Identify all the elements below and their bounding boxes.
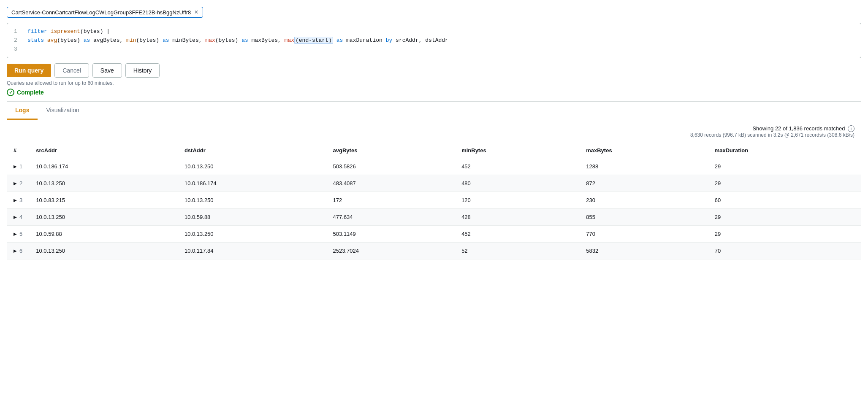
status-label: Complete (17, 89, 44, 96)
row-cell-dstaddr: 10.0.13.250 (178, 226, 326, 243)
row-expand-cell[interactable]: ▶3 (7, 192, 29, 209)
expand-arrow-icon[interactable]: ▶ (14, 181, 17, 186)
row-cell-minbytes: 428 (455, 209, 579, 226)
code-line-1: 1 filter ispresent(bytes) | (14, 27, 854, 36)
fn-ispresent: ispresent (51, 28, 80, 35)
row-cell-dstaddr: 10.0.59.88 (178, 209, 326, 226)
row-cell-maxbytes: 1288 (579, 158, 708, 175)
row-number: 6 (19, 248, 22, 254)
expand-arrow-icon[interactable]: ▶ (14, 215, 17, 219)
row-cell-srcaddr: 10.0.13.250 (29, 243, 178, 259)
row-cell-minbytes: 120 (455, 192, 579, 209)
check-circle-icon: ✓ (7, 89, 14, 96)
row-number: 4 (19, 214, 22, 220)
row-cell-dstaddr: 10.0.13.250 (178, 158, 326, 175)
row-cell-minbytes: 480 (455, 175, 579, 192)
col-header-maxduration: maxDuration (708, 143, 861, 158)
table-row[interactable]: ▶410.0.13.25010.0.59.88477.63442885529 (7, 209, 861, 226)
history-button[interactable]: History (125, 63, 160, 78)
row-expand-cell[interactable]: ▶1 (7, 158, 29, 175)
col-header-avgbytes: avgBytes (326, 143, 455, 158)
row-cell-maxbytes: 872 (579, 175, 708, 192)
row-cell-srcaddr: 10.0.59.88 (29, 226, 178, 243)
row-cell-srcaddr: 10.0.186.174 (29, 158, 178, 175)
row-number: 3 (19, 197, 22, 203)
row-cell-maxduration: 29 (708, 209, 861, 226)
row-number: 1 (19, 163, 22, 170)
row-cell-srcaddr: 10.0.13.250 (29, 175, 178, 192)
keyword-filter: filter (27, 28, 51, 35)
info-icon[interactable]: i (848, 125, 854, 132)
table-header-row: # srcAddr dstAddr avgBytes minBytes maxB… (7, 143, 861, 158)
row-cell-maxbytes: 770 (579, 226, 708, 243)
row-cell-avgbytes: 172 (326, 192, 455, 209)
row-cell-maxbytes: 5832 (579, 243, 708, 259)
toolbar: Run query Cancel Save History (7, 63, 861, 78)
records-showing: Showing 22 of 1,836 records matched (752, 125, 845, 132)
row-cell-srcaddr: 10.0.83.215 (29, 192, 178, 209)
row-cell-maxduration: 70 (708, 243, 861, 259)
line-number-2: 2 (14, 36, 21, 45)
cancel-button[interactable]: Cancel (54, 63, 89, 78)
row-cell-maxduration: 29 (708, 226, 861, 243)
run-query-button[interactable]: Run query (7, 64, 51, 77)
row-cell-srcaddr: 10.0.13.250 (29, 209, 178, 226)
tabs-bar: Logs Visualization (7, 102, 861, 120)
expand-arrow-icon[interactable]: ▶ (14, 232, 17, 236)
col-header-num: # (7, 143, 29, 158)
row-cell-maxduration: 29 (708, 175, 861, 192)
row-cell-maxbytes: 230 (579, 192, 708, 209)
row-cell-maxbytes: 855 (579, 209, 708, 226)
col-header-maxbytes: maxBytes (579, 143, 708, 158)
row-cell-avgbytes: 503.1149 (326, 226, 455, 243)
log-group-tag: CartService-ConnCartcartFlowLogCWLogGrou… (7, 7, 203, 18)
results-table: # srcAddr dstAddr avgBytes minBytes maxB… (7, 143, 861, 259)
records-info: Showing 22 of 1,836 records matched i 8,… (7, 120, 861, 140)
save-button[interactable]: Save (92, 63, 122, 78)
row-number: 2 (19, 180, 22, 186)
records-scanned: 8,630 records (996.7 kB) scanned in 3.2s… (14, 132, 854, 138)
expand-arrow-icon[interactable]: ▶ (14, 164, 17, 169)
col-header-dstaddr: dstAddr (178, 143, 326, 158)
code-line-2: 2 stats avg(bytes) as avgBytes, min(byte… (14, 36, 854, 45)
expand-arrow-icon[interactable]: ▶ (14, 248, 17, 253)
col-header-minbytes: minBytes (455, 143, 579, 158)
tab-logs[interactable]: Logs (7, 102, 38, 120)
row-number: 5 (19, 231, 22, 237)
expand-arrow-icon[interactable]: ▶ (14, 198, 17, 202)
line-number-3: 3 (14, 45, 21, 54)
row-cell-minbytes: 52 (455, 243, 579, 259)
row-cell-minbytes: 452 (455, 226, 579, 243)
row-expand-cell[interactable]: ▶6 (7, 243, 29, 259)
row-cell-dstaddr: 10.0.186.174 (178, 175, 326, 192)
log-group-close-button[interactable]: × (194, 9, 198, 16)
row-cell-minbytes: 452 (455, 158, 579, 175)
row-cell-dstaddr: 10.0.13.250 (178, 192, 326, 209)
row-expand-cell[interactable]: ▶4 (7, 209, 29, 226)
row-cell-avgbytes: 477.634 (326, 209, 455, 226)
row-expand-cell[interactable]: ▶2 (7, 175, 29, 192)
row-cell-maxduration: 29 (708, 158, 861, 175)
table-row[interactable]: ▶610.0.13.25010.0.117.842523.70245258327… (7, 243, 861, 259)
col-header-srcaddr: srcAddr (29, 143, 178, 158)
query-info-text: Queries are allowed to run for up to 60 … (7, 80, 861, 86)
log-group-name: CartService-ConnCartcartFlowLogCWLogGrou… (11, 9, 191, 16)
table-row[interactable]: ▶210.0.13.25010.0.186.174483.40874808722… (7, 175, 861, 192)
table-row[interactable]: ▶310.0.83.21510.0.13.25017212023060 (7, 192, 861, 209)
row-expand-cell[interactable]: ▶5 (7, 226, 29, 243)
row-cell-avgbytes: 2523.7024 (326, 243, 455, 259)
row-cell-avgbytes: 483.4087 (326, 175, 455, 192)
table-row[interactable]: ▶510.0.59.8810.0.13.250503.114945277029 (7, 226, 861, 243)
row-cell-dstaddr: 10.0.117.84 (178, 243, 326, 259)
code-line-3: 3 (14, 45, 854, 54)
row-cell-avgbytes: 503.5826 (326, 158, 455, 175)
code-editor[interactable]: 1 filter ispresent(bytes) | 2 stats avg(… (7, 23, 861, 58)
table-row[interactable]: ▶110.0.186.17410.0.13.250503.58264521288… (7, 158, 861, 175)
line-number-1: 1 (14, 27, 21, 36)
status-complete: ✓ Complete (7, 89, 861, 96)
tab-visualization[interactable]: Visualization (38, 102, 87, 120)
row-cell-maxduration: 60 (708, 192, 861, 209)
